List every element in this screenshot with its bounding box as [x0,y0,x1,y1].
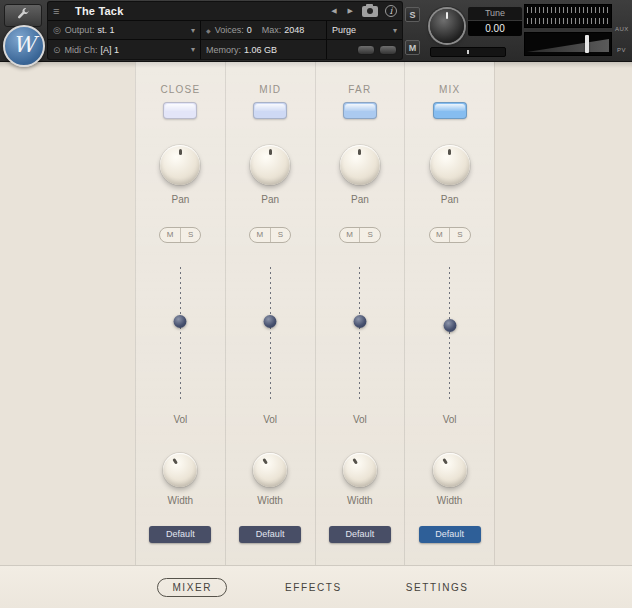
knob-pointer [336,447,383,494]
slider-track [180,267,181,401]
pan-label: Pan [441,194,459,205]
tune-value[interactable]: 0.00 [468,21,522,36]
output-dropdown[interactable]: ◎ Output: st. 1 ▾ [48,21,200,39]
channel-strip-mid: MID Pan M S Vol Width Default [225,62,315,565]
default-button[interactable]: Default [239,526,301,543]
solo-button[interactable]: S [270,228,291,242]
aux-button[interactable]: AUX [615,26,629,32]
volume-slider[interactable] [263,267,277,401]
tab-effects[interactable]: EFFECTS [279,578,348,597]
solo-button[interactable]: S [180,228,201,242]
knob-pointer [426,447,473,494]
knob-pointer [340,145,380,185]
knob-pointer [160,145,200,185]
slider-handle[interactable] [264,315,277,328]
chevron-down-icon: ▾ [191,26,195,35]
width-knob[interactable] [163,453,197,487]
mute-solo-group: M S [249,227,291,243]
pv-button[interactable]: PV [617,47,626,53]
voices-value: 0 [247,25,252,35]
knob-pointer [250,145,290,185]
default-button[interactable]: Default [329,526,391,543]
led-indicator [357,45,375,55]
channel-led-button[interactable] [163,102,197,119]
volume-fader-handle[interactable] [585,35,589,53]
default-button[interactable]: Default [419,526,481,543]
wrench-icon [16,7,30,25]
default-button[interactable]: Default [149,526,211,543]
knob-pointer [247,447,294,494]
channel-label: CLOSE [160,84,200,95]
bottom-tab-bar: MIXER EFFECTS SETTINGS [0,565,632,608]
vol-label: Vol [173,414,187,425]
channel-led-button[interactable] [343,102,377,119]
snapshot-camera-icon[interactable] [362,6,378,17]
width-label: Width [257,495,283,506]
solo-button[interactable]: S [359,228,380,242]
channel-strip-mix: MIX Pan M S Vol Width Default [404,62,494,565]
pan-knob[interactable] [250,145,290,185]
wrench-button[interactable] [4,4,42,27]
kontakt-header: W ≡ The Tack ◀ ▶ i ◎ Output: st. 1 ▾ [0,0,632,62]
vol-label: Vol [443,414,457,425]
width-knob[interactable] [343,453,377,487]
output-label: Output: [65,25,95,35]
mute-button[interactable]: M [160,228,180,242]
tune-knob[interactable] [430,9,464,43]
width-label: Width [347,495,373,506]
max-value: 2048 [284,25,304,35]
pan-knob[interactable] [160,145,200,185]
pan-knob[interactable] [430,145,470,185]
channel-led-button[interactable] [253,102,287,119]
mute-button[interactable]: M [250,228,270,242]
midi-channel-dropdown[interactable]: ⊙ Midi Ch: [A] 1 ▾ [48,40,200,59]
slider-handle[interactable] [443,319,456,332]
solo-button[interactable]: S [449,228,470,242]
vol-label: Vol [263,414,277,425]
mute-button[interactable]: M [405,40,420,55]
status-led-area [326,40,402,59]
mute-button[interactable]: M [340,228,360,242]
slider-handle[interactable] [174,315,187,328]
knob-pointer [430,145,470,185]
tab-mixer[interactable]: MIXER [157,578,227,597]
pan-slider[interactable] [430,47,506,57]
volume-fader[interactable] [524,32,612,56]
info-icon[interactable]: i [385,5,397,17]
channel-led-button[interactable] [433,102,467,119]
knob-pointer [446,12,448,19]
purge-label: Purge [332,25,356,35]
prev-instrument-icon[interactable]: ◀ [329,5,338,17]
led-indicator [379,45,397,55]
mute-solo-group: M S [339,227,381,243]
solo-button[interactable]: S [405,7,420,22]
next-instrument-icon[interactable]: ▶ [346,5,355,17]
volume-slider[interactable] [353,267,367,401]
instrument-menu-icon[interactable]: ≡ [53,5,67,17]
memory-value: 1.06 GB [244,45,277,55]
voices-icon: ◆ [206,27,211,34]
tune-readout: Tune 0.00 [468,7,522,36]
logo-letter: W [13,32,36,57]
instrument-header: ≡ The Tack ◀ ▶ i ◎ Output: st. 1 ▾ ◆ [48,2,402,59]
pan-label: Pan [171,194,189,205]
pan-slider-handle[interactable] [467,50,469,54]
midi-label: Midi Ch: [65,45,98,55]
midi-icon: ⊙ [53,45,61,55]
mute-button[interactable]: M [430,228,450,242]
mute-solo-group: M S [429,227,471,243]
width-knob[interactable] [253,453,287,487]
purge-dropdown[interactable]: Purge ▾ [326,21,402,39]
memory-label: Memory: [206,45,241,55]
width-knob[interactable] [433,453,467,487]
channel-label: MIX [439,84,460,95]
pan-knob[interactable] [340,145,380,185]
volume-slider[interactable] [443,267,457,401]
tab-settings[interactable]: SETTINGS [400,578,475,597]
channel-strip-close: CLOSE Pan M S Vol Width Default [135,62,225,565]
slider-handle[interactable] [353,315,366,328]
slider-track [449,267,450,401]
pan-label: Pan [261,194,279,205]
midi-value: [A] 1 [101,45,120,55]
volume-slider[interactable] [173,267,187,401]
